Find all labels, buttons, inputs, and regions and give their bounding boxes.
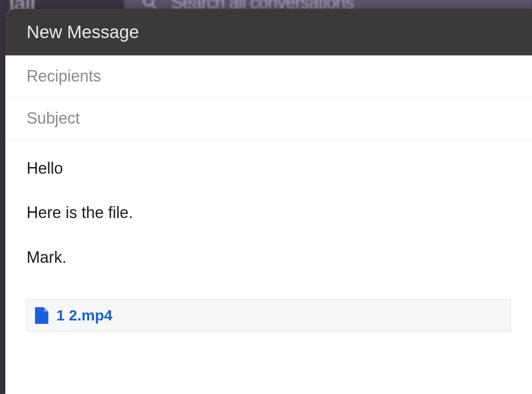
compose-title-bar[interactable]: New Message bbox=[5, 9, 532, 55]
body-line-2: Here is the file. bbox=[27, 202, 511, 224]
attachment-chip[interactable]: 1 2.mp4 bbox=[27, 299, 511, 332]
svg-line-1 bbox=[152, 4, 156, 8]
compose-dialog: New Message Recipients Subject Hello Her… bbox=[5, 9, 532, 394]
compose-body: Recipients Subject Hello Here is the fil… bbox=[5, 55, 532, 345]
recipients-field[interactable]: Recipients bbox=[5, 55, 532, 98]
file-icon bbox=[35, 307, 48, 324]
recipients-placeholder: Recipients bbox=[27, 67, 101, 85]
message-body-editor[interactable]: Hello Here is the file. Mark. bbox=[5, 140, 532, 299]
subject-placeholder: Subject bbox=[27, 109, 80, 127]
attachment-filename: 1 2.mp4 bbox=[56, 307, 113, 324]
attachment-area: 1 2.mp4 bbox=[5, 299, 532, 345]
compose-title: New Message bbox=[27, 22, 139, 42]
subject-field[interactable]: Subject bbox=[5, 98, 532, 140]
body-line-3: Mark. bbox=[27, 246, 511, 269]
body-line-1: Hello bbox=[27, 157, 511, 179]
